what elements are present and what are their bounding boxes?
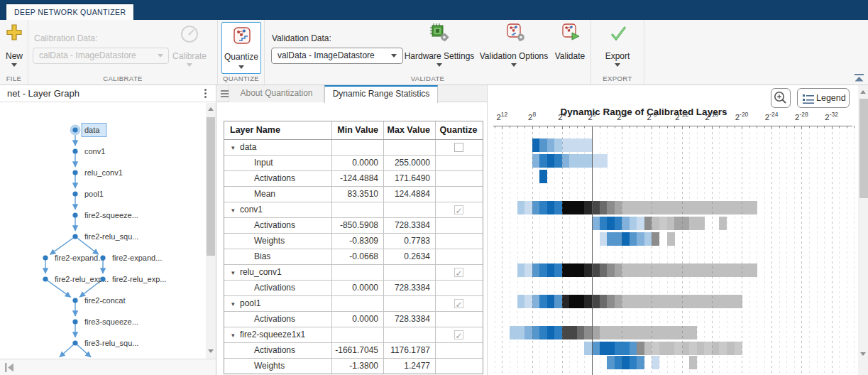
histogram-cell bbox=[704, 295, 712, 308]
histogram-cell bbox=[547, 326, 555, 339]
quantize-dropdown-caret[interactable] bbox=[238, 65, 244, 69]
expand-collapse-icon[interactable]: ▾ bbox=[231, 266, 240, 280]
validate-button[interactable]: Validate bbox=[549, 51, 591, 61]
hardware-settings-button[interactable]: Hardware Settings bbox=[400, 51, 479, 61]
validate-icon[interactable] bbox=[561, 23, 581, 45]
expand-collapse-icon[interactable]: ▾ bbox=[231, 297, 240, 311]
graph-node-fire2-expand[interactable]: fire2-expand... bbox=[43, 254, 104, 262]
col-layer-name[interactable]: Layer Name bbox=[224, 121, 332, 139]
table-row[interactable]: ▾relu_conv1 bbox=[224, 265, 483, 281]
table-row[interactable]: ▾conv1 bbox=[224, 202, 483, 218]
validation-combo-caret[interactable] bbox=[391, 54, 397, 58]
graph-node-relu_conv1[interactable]: relu_conv1 bbox=[72, 168, 122, 177]
svg-text:fire2-relu_exp...: fire2-relu_exp... bbox=[112, 275, 166, 283]
export-dropdown-caret[interactable] bbox=[615, 63, 620, 67]
quantize-button[interactable]: Quantize bbox=[221, 22, 261, 74]
table-row[interactable]: Weights-1.38001.2477 bbox=[224, 359, 483, 374]
histogram-cell bbox=[630, 201, 637, 214]
validation-options-icon[interactable] bbox=[506, 23, 526, 45]
gridline bbox=[854, 127, 855, 375]
quantize-checkbox[interactable] bbox=[454, 330, 463, 339]
quantize-checkbox[interactable] bbox=[454, 205, 463, 214]
quantize-checkbox[interactable] bbox=[454, 299, 463, 308]
table-row[interactable]: ▾pool1 bbox=[224, 296, 483, 312]
calibrate-dropdown-caret[interactable] bbox=[187, 63, 192, 67]
hardware-settings-icon[interactable] bbox=[429, 23, 449, 45]
document-bar-menu-icon[interactable] bbox=[221, 90, 229, 97]
tab-about-quantization[interactable]: About Quantization bbox=[229, 85, 324, 102]
table-row[interactable]: Activations0.0000728.3384 bbox=[224, 312, 483, 327]
histogram-cell bbox=[532, 326, 540, 339]
table-row[interactable]: Activations-124.4884171.6490 bbox=[224, 171, 483, 187]
new-dropdown-caret[interactable] bbox=[11, 63, 17, 67]
calibration-data-combo[interactable]: calData - ImageDatastore bbox=[33, 48, 169, 64]
new-icon[interactable] bbox=[6, 23, 23, 44]
validation-options-caret[interactable] bbox=[511, 63, 517, 67]
table-row[interactable]: Bias-0.06680.2634 bbox=[224, 249, 483, 265]
layer-graph-vscrollbar[interactable] bbox=[206, 103, 216, 359]
histogram-cell bbox=[637, 326, 644, 339]
histogram-cell bbox=[539, 154, 547, 168]
expand-collapse-icon[interactable]: ▾ bbox=[231, 328, 240, 342]
graph-node-pool1[interactable]: pool1 bbox=[72, 190, 104, 198]
new-button[interactable]: New bbox=[0, 51, 28, 61]
chart-vscrollbar[interactable] bbox=[858, 85, 868, 375]
table-row[interactable]: ▾fire2-squeeze1x1 bbox=[224, 327, 483, 343]
validation-options-button[interactable]: Validation Options bbox=[474, 51, 554, 61]
export-button[interactable]: Export bbox=[596, 51, 639, 61]
quantize-checkbox[interactable] bbox=[454, 143, 463, 152]
svg-text:pool1: pool1 bbox=[84, 190, 104, 198]
calibrate-button[interactable]: Calibrate bbox=[168, 51, 211, 61]
histogram-cell bbox=[524, 263, 532, 277]
step-back-icon[interactable] bbox=[4, 362, 16, 373]
graph-node-fire2-squeeze[interactable]: fire2-squeeze... bbox=[72, 211, 138, 219]
table-row[interactable]: Activations-1661.70451176.1787 bbox=[224, 343, 483, 359]
expand-collapse-icon[interactable]: ▾ bbox=[231, 141, 240, 155]
histogram-cell bbox=[644, 263, 652, 277]
collapse-toolstrip-icon[interactable] bbox=[854, 72, 864, 85]
section-file: New FILE bbox=[0, 20, 28, 85]
tab-deep-network-quantizer[interactable]: DEEP NETWORK QUANTIZER bbox=[6, 4, 134, 20]
graph-node-fire2-relu_exp[interactable]: fire2-relu_exp... bbox=[43, 275, 109, 283]
table-row[interactable]: Mean83.3510124.4884 bbox=[224, 187, 483, 202]
histogram-cell bbox=[584, 201, 592, 214]
export-icon[interactable] bbox=[609, 24, 627, 45]
table-row[interactable]: Input0.0000255.0000 bbox=[224, 156, 483, 171]
layer-graph-canvas[interactable]: dataconv1relu_conv1pool1fire2-squeeze...… bbox=[0, 102, 205, 359]
graph-node-fire2-relu_exp[interactable]: fire2-relu_exp... bbox=[100, 275, 166, 283]
table-row[interactable]: Activations0.0000728.3384 bbox=[224, 281, 483, 296]
graph-node-fire3-squeeze[interactable]: fire3-squeeze... bbox=[72, 317, 138, 326]
histogram-cell bbox=[615, 326, 622, 339]
graph-node-fire2-concat[interactable]: fire2-concat bbox=[72, 296, 125, 305]
histogram-cell bbox=[659, 342, 667, 355]
histogram-cell bbox=[554, 295, 562, 308]
graph-node-data[interactable]: data bbox=[70, 124, 107, 137]
hardware-settings-caret[interactable] bbox=[436, 63, 442, 67]
table-row[interactable]: Activations-850.5908728.3384 bbox=[224, 218, 483, 234]
graph-node-fire2-relu_squ[interactable]: fire2-relu_squ... bbox=[72, 232, 138, 241]
calibrate-icon[interactable] bbox=[180, 24, 199, 47]
legend-button[interactable]: Legend bbox=[797, 88, 850, 108]
validation-data-combo[interactable]: valData - ImageDatastore bbox=[271, 48, 403, 64]
layer-graph-menu-icon[interactable] bbox=[204, 89, 207, 99]
histogram-cell bbox=[712, 295, 720, 308]
svg-text:fire2-squeeze...: fire2-squeeze... bbox=[84, 211, 138, 219]
calibration-combo-caret[interactable] bbox=[158, 54, 163, 58]
layer-graph-hscrollbar[interactable] bbox=[0, 359, 216, 375]
col-min-value[interactable]: Min Value bbox=[332, 121, 384, 139]
histogram-cell bbox=[577, 201, 585, 214]
quantize-checkbox[interactable] bbox=[454, 268, 463, 277]
expand-collapse-icon[interactable]: ▾ bbox=[231, 203, 240, 217]
histogram-cell bbox=[607, 342, 615, 355]
gridline bbox=[824, 127, 825, 375]
col-quantize[interactable]: Quantize bbox=[436, 121, 481, 139]
zoom-in-button[interactable] bbox=[771, 88, 791, 108]
graph-node-fire2-expand[interactable]: fire2-expand... bbox=[100, 254, 162, 262]
graph-node-conv1[interactable]: conv1 bbox=[72, 147, 105, 156]
table-row[interactable]: ▾data bbox=[224, 140, 483, 156]
tab-dynamic-range-statistics[interactable]: Dynamic Range Statistics bbox=[324, 85, 438, 103]
col-max-value[interactable]: Max Value bbox=[384, 121, 436, 139]
graph-node-fire3-relu_squ[interactable]: fire3-relu_squ... bbox=[72, 339, 138, 347]
histogram-cell bbox=[652, 356, 659, 369]
table-row[interactable]: Weights-0.83090.7783 bbox=[224, 234, 483, 249]
